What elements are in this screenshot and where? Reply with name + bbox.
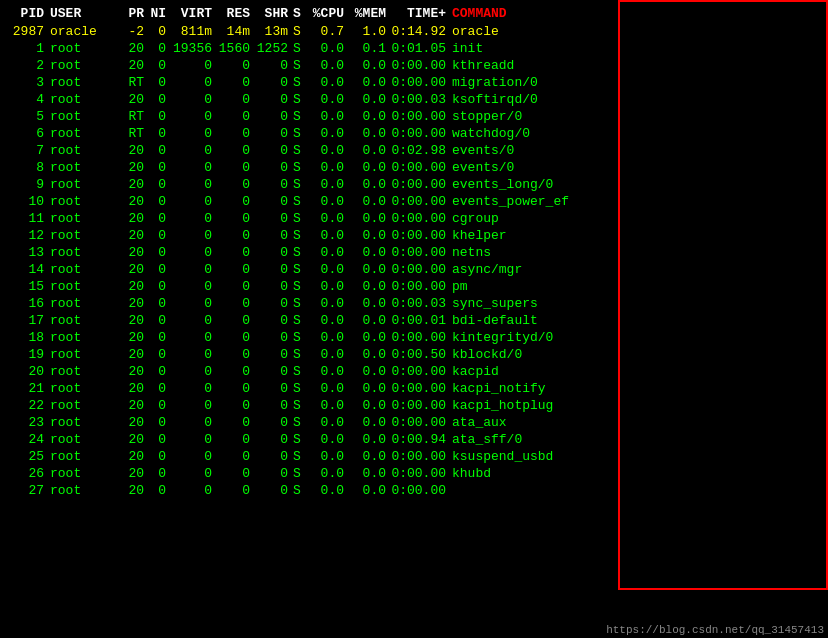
- cell-res: 0: [216, 143, 254, 158]
- cell-res: 0: [216, 432, 254, 447]
- cell-virt: 0: [170, 245, 216, 260]
- cell-time: 0:00.00: [390, 330, 450, 345]
- header-ni: NI: [148, 6, 170, 21]
- cell-time: 0:14.92: [390, 24, 450, 39]
- cell-virt: 0: [170, 398, 216, 413]
- cell-mem: 0.0: [348, 177, 390, 192]
- table-row: 2987 oracle -2 0 811m 14m 13m S 0.7 1.0 …: [0, 23, 828, 40]
- cell-user: root: [50, 109, 120, 124]
- cell-user: root: [50, 194, 120, 209]
- cell-user: root: [50, 126, 120, 141]
- header-res: RES: [216, 6, 254, 21]
- table-row: 7 root 20 0 0 0 0 S 0.0 0.0 0:02.98 even…: [0, 142, 828, 159]
- cell-user: root: [50, 483, 120, 498]
- cell-s: S: [292, 330, 306, 345]
- cell-ni: 0: [148, 41, 170, 56]
- cell-virt: 0: [170, 330, 216, 345]
- cell-res: 0: [216, 126, 254, 141]
- cell-command: ata_aux: [450, 415, 820, 430]
- cell-res: 14m: [216, 24, 254, 39]
- cell-s: S: [292, 58, 306, 73]
- cell-ni: 0: [148, 109, 170, 124]
- cell-shr: 0: [254, 177, 292, 192]
- cell-user: root: [50, 381, 120, 396]
- cell-time: 0:00.00: [390, 75, 450, 90]
- cell-shr: 0: [254, 262, 292, 277]
- cell-ni: 0: [148, 228, 170, 243]
- table-row: 3 root RT 0 0 0 0 S 0.0 0.0 0:00.00 migr…: [0, 74, 828, 91]
- header-user: USER: [50, 6, 120, 21]
- cell-s: S: [292, 211, 306, 226]
- cell-mem: 0.0: [348, 483, 390, 498]
- cell-pid: 10: [8, 194, 50, 209]
- cell-res: 0: [216, 211, 254, 226]
- cell-shr: 0: [254, 330, 292, 345]
- cell-mem: 0.0: [348, 143, 390, 158]
- cell-mem: 0.0: [348, 194, 390, 209]
- cell-user: root: [50, 92, 120, 107]
- cell-res: 0: [216, 245, 254, 260]
- header-virt: VIRT: [170, 6, 216, 21]
- cell-mem: 0.0: [348, 75, 390, 90]
- cell-s: S: [292, 194, 306, 209]
- cell-shr: 0: [254, 483, 292, 498]
- cell-mem: 0.0: [348, 160, 390, 175]
- table-row: 24 root 20 0 0 0 0 S 0.0 0.0 0:00.94 ata…: [0, 431, 828, 448]
- cell-s: S: [292, 126, 306, 141]
- cell-pr: RT: [120, 126, 148, 141]
- cell-ni: 0: [148, 24, 170, 39]
- cell-res: 1560: [216, 41, 254, 56]
- cell-command: init: [450, 41, 820, 56]
- cell-res: 0: [216, 330, 254, 345]
- cell-pr: 20: [120, 211, 148, 226]
- cell-command: kintegrityd/0: [450, 330, 820, 345]
- cell-shr: 0: [254, 313, 292, 328]
- cell-virt: 0: [170, 92, 216, 107]
- cell-cpu: 0.0: [306, 177, 348, 192]
- cell-pid: 8: [8, 160, 50, 175]
- cell-user: root: [50, 160, 120, 175]
- cell-cpu: 0.0: [306, 194, 348, 209]
- cell-res: 0: [216, 75, 254, 90]
- cell-shr: 0: [254, 466, 292, 481]
- cell-pr: 20: [120, 347, 148, 362]
- header-pr: PR: [120, 6, 148, 21]
- cell-mem: 0.0: [348, 347, 390, 362]
- cell-virt: 0: [170, 160, 216, 175]
- cell-user: root: [50, 313, 120, 328]
- cell-shr: 0: [254, 58, 292, 73]
- cell-time: 0:00.00: [390, 449, 450, 464]
- cell-command: kblockd/0: [450, 347, 820, 362]
- cell-time: 0:01.05: [390, 41, 450, 56]
- cell-res: 0: [216, 415, 254, 430]
- cell-pid: 5: [8, 109, 50, 124]
- cell-s: S: [292, 75, 306, 90]
- cell-command: watchdog/0: [450, 126, 820, 141]
- table-row: 16 root 20 0 0 0 0 S 0.0 0.0 0:00.03 syn…: [0, 295, 828, 312]
- cell-virt: 0: [170, 415, 216, 430]
- table-row: 26 root 20 0 0 0 0 S 0.0 0.0 0:00.00 khu…: [0, 465, 828, 482]
- cell-s: S: [292, 483, 306, 498]
- cell-mem: 0.0: [348, 211, 390, 226]
- cell-s: S: [292, 432, 306, 447]
- cell-cpu: 0.0: [306, 245, 348, 260]
- cell-time: 0:00.00: [390, 381, 450, 396]
- cell-s: S: [292, 262, 306, 277]
- table-row: 6 root RT 0 0 0 0 S 0.0 0.0 0:00.00 watc…: [0, 125, 828, 142]
- cell-res: 0: [216, 177, 254, 192]
- process-list: 2987 oracle -2 0 811m 14m 13m S 0.7 1.0 …: [0, 23, 828, 499]
- cell-pr: 20: [120, 296, 148, 311]
- cell-pr: 20: [120, 160, 148, 175]
- cell-pid: 17: [8, 313, 50, 328]
- cell-time: 0:00.50: [390, 347, 450, 362]
- cell-time: 0:00.00: [390, 483, 450, 498]
- cell-pid: 1: [8, 41, 50, 56]
- cell-mem: 0.0: [348, 262, 390, 277]
- cell-pr: 20: [120, 177, 148, 192]
- cell-time: 0:00.00: [390, 58, 450, 73]
- table-row: 20 root 20 0 0 0 0 S 0.0 0.0 0:00.00 kac…: [0, 363, 828, 380]
- cell-time: 0:00.00: [390, 109, 450, 124]
- cell-pid: 7: [8, 143, 50, 158]
- cell-virt: 0: [170, 449, 216, 464]
- cell-mem: 0.0: [348, 228, 390, 243]
